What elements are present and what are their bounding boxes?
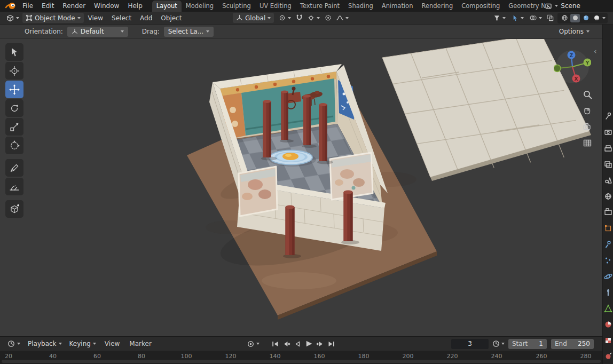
orientation-dropdown[interactable]: Global [233, 13, 274, 23]
object-data-tab-icon[interactable] [604, 305, 612, 313]
jump-to-start-button[interactable] [270, 339, 280, 349]
particles-tab-icon[interactable] [606, 257, 610, 263]
tool-tab-icon[interactable] [606, 113, 611, 120]
menu-edit[interactable]: Edit [37, 0, 58, 12]
gizmo-y-negative[interactable] [554, 65, 561, 72]
3d-viewport-canvas[interactable] [0, 25, 602, 336]
material-tab-icon[interactable] [606, 322, 611, 328]
tab-modeling[interactable]: Modeling [182, 1, 218, 12]
options-chevron-icon [586, 30, 590, 33]
ortho-toggle-button[interactable] [581, 137, 594, 149]
navigation-gizmo[interactable]: Z Y X [554, 48, 591, 85]
timeline-scrollbar[interactable] [2, 360, 601, 363]
visibility-filter-dropdown[interactable] [492, 13, 507, 23]
texture-tab-icon[interactable] [606, 338, 611, 343]
shading-solid-icon[interactable] [570, 14, 580, 22]
shading-rendered-icon[interactable] [592, 14, 601, 22]
end-frame-value: 250 [578, 340, 590, 347]
tweak-select-tool[interactable] [5, 43, 23, 61]
tab-texture-paint[interactable]: Texture Paint [296, 1, 344, 12]
snap-target-dropdown[interactable] [306, 13, 321, 23]
prev-keyframe-button[interactable] [281, 339, 292, 349]
tab-shading[interactable]: Shading [344, 1, 378, 12]
measure-tool[interactable] [5, 178, 23, 195]
tab-compositing[interactable]: Compositing [457, 1, 504, 12]
viewport-menu-object[interactable]: Object [156, 14, 186, 22]
transform-tool[interactable] [5, 137, 23, 154]
annotate-tool[interactable] [5, 159, 23, 177]
scale-tool[interactable] [5, 118, 23, 136]
add-cube-tool[interactable] [5, 200, 23, 218]
move-tool[interactable] [5, 81, 23, 98]
editor-type-button[interactable] [3, 13, 22, 23]
pivot-dropdown[interactable] [278, 13, 292, 23]
object-tab-icon[interactable] [605, 225, 611, 231]
tab-animation[interactable]: Animation [378, 1, 418, 12]
menu-render[interactable]: Render [58, 0, 90, 12]
shading-material-icon[interactable] [581, 14, 591, 22]
falloff-dropdown[interactable] [335, 13, 350, 23]
mode-dropdown[interactable]: Object Mode [22, 13, 84, 23]
tab-rendering[interactable]: Rendering [417, 1, 457, 12]
scene-chevron-icon[interactable] [555, 5, 558, 7]
snap-magnet-icon[interactable] [296, 14, 303, 21]
pan-button[interactable] [581, 105, 594, 117]
preview-range-toggle[interactable] [492, 340, 505, 347]
next-keyframe-button[interactable] [315, 339, 325, 349]
view-layer-tab-icon[interactable] [605, 162, 611, 168]
render-tab-icon[interactable] [605, 130, 611, 134]
auto-keying-toggle[interactable] [247, 340, 260, 348]
scene-name[interactable]: Scene [561, 2, 580, 10]
start-frame-field[interactable]: Start 1 [508, 339, 547, 349]
cursor-tool[interactable] [5, 62, 23, 80]
end-frame-field[interactable]: End 250 [551, 339, 594, 349]
shading-chevron-icon[interactable] [602, 17, 606, 19]
play-reverse-button[interactable] [292, 339, 303, 349]
overlays-dropdown[interactable] [529, 13, 543, 23]
timeline-editor-type-button[interactable] [4, 339, 23, 349]
current-frame-field[interactable]: 3 [451, 339, 489, 349]
3d-viewport[interactable]: Orientation: Default Drag: Select La... … [0, 25, 602, 336]
blender-logo-icon[interactable] [3, 2, 18, 10]
scene-icon[interactable] [545, 2, 552, 10]
zoom-button[interactable] [581, 88, 594, 101]
properties-tabs[interactable] [603, 25, 613, 364]
ruler-tick: 280 [580, 353, 592, 360]
options-dropdown[interactable]: Options [559, 28, 590, 35]
timeline-view-menu[interactable]: View [100, 340, 124, 347]
world-tab-icon[interactable] [606, 194, 611, 199]
rotate-tool[interactable] [5, 99, 23, 117]
tab-geometry-nodes[interactable]: Geometry No [504, 1, 545, 12]
tab-uv-editing[interactable]: UV Editing [255, 1, 296, 12]
tab-sculpting[interactable]: Sculpting [218, 1, 255, 12]
shading-wireframe-icon[interactable] [560, 14, 569, 22]
sidebar-toggle-arrow[interactable]: ‹ [594, 47, 597, 56]
fresco-panel-left[interactable] [239, 167, 277, 216]
paint-tab-icon[interactable] [606, 353, 612, 359]
tab-layout[interactable]: Layout [152, 1, 182, 12]
scene-tab-icon[interactable] [606, 178, 611, 183]
viewport-menu-select[interactable]: Select [107, 14, 136, 22]
viewport-menu-view[interactable]: View [84, 14, 107, 22]
proportional-editing-icon[interactable] [325, 14, 332, 21]
collection-tab-icon[interactable] [605, 209, 611, 215]
timeline-ruler[interactable]: 20 40 60 80 100 120 140 160 180 200 220 … [0, 351, 602, 364]
modifiers-tab-icon[interactable] [606, 241, 611, 248]
keying-menu[interactable]: Keying [66, 339, 99, 349]
camera-view-button[interactable] [581, 121, 594, 133]
menu-file[interactable]: File [18, 0, 37, 12]
constraints-tab-icon[interactable] [607, 289, 609, 296]
physics-tab-icon[interactable] [604, 273, 612, 279]
playback-menu[interactable]: Playback [25, 339, 65, 349]
menu-help[interactable]: Help [123, 0, 146, 12]
output-tab-icon[interactable] [605, 146, 611, 151]
xray-toggle[interactable] [547, 14, 554, 21]
orientation-default-dropdown[interactable]: Default [67, 27, 128, 37]
gizmo-toggle-dropdown[interactable] [510, 13, 525, 23]
menu-window[interactable]: Window [90, 0, 123, 12]
viewport-menu-add[interactable]: Add [136, 14, 156, 22]
jump-to-end-button[interactable] [326, 339, 336, 349]
timeline-marker-menu[interactable]: Marker [125, 340, 155, 347]
drag-dropdown[interactable]: Select La... [164, 27, 214, 37]
play-button[interactable] [303, 339, 314, 349]
